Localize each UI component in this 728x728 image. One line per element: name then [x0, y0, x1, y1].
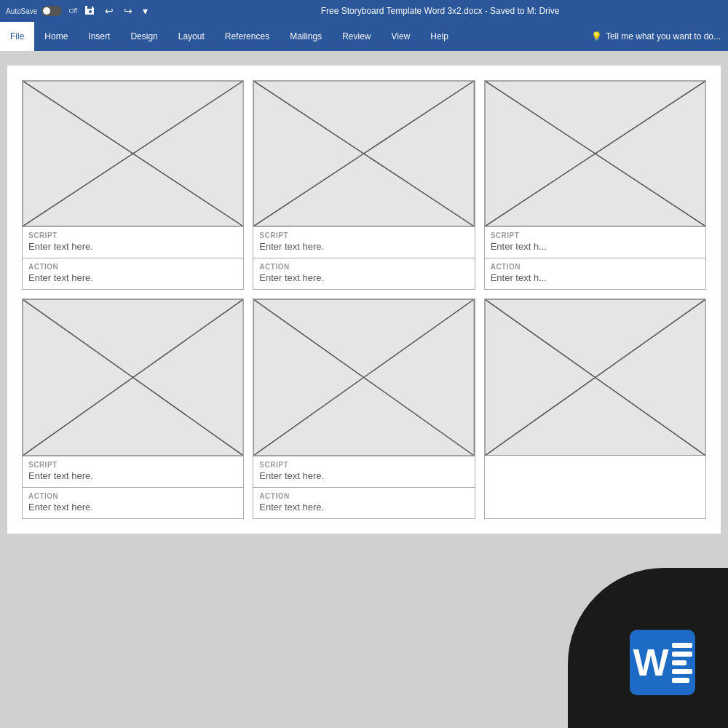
- script-label-1-2: SCRIPT: [259, 232, 468, 240]
- cell-script-1-3[interactable]: SCRIPT Enter text h...: [485, 226, 705, 258]
- script-text-1-1[interactable]: Enter text here.: [28, 241, 237, 252]
- action-label-1-3: ACTION: [491, 263, 700, 271]
- storyboard-cell-2-2: SCRIPT Enter text here. ACTION Enter tex…: [253, 298, 475, 519]
- storyboard-cell-1-1: SCRIPT Enter text here. ACTION Enter tex…: [22, 80, 244, 290]
- script-label-2-2: SCRIPT: [259, 461, 468, 469]
- cell-script-2-1[interactable]: SCRIPT Enter text here.: [23, 456, 243, 488]
- word-line-4: [672, 669, 692, 674]
- toggle-knob: [43, 7, 50, 15]
- title-bar: AutoSave Off ↩ ↪ ▾ Free Storyboard Templ…: [0, 0, 728, 22]
- word-line-2: [672, 652, 692, 657]
- word-line-5: [672, 678, 689, 683]
- script-text-2-1[interactable]: Enter text here.: [28, 470, 237, 481]
- cell-image-1-2: [253, 81, 474, 226]
- cell-image-2-1: [23, 299, 243, 456]
- autosave-toggle[interactable]: [41, 6, 62, 16]
- word-logo: W: [630, 630, 695, 695]
- action-text-2-1[interactable]: Enter text here.: [28, 502, 237, 513]
- tab-design[interactable]: Design: [120, 22, 167, 51]
- tab-insert[interactable]: Insert: [78, 22, 120, 51]
- cell-action-1-2[interactable]: ACTION Enter text here.: [253, 258, 474, 289]
- action-label-1-1: ACTION: [28, 263, 237, 271]
- document-title: Free Storyboard Template Word 3x2.docx -…: [158, 6, 722, 16]
- cell-script-2-2[interactable]: SCRIPT Enter text here.: [253, 456, 474, 488]
- tab-help[interactable]: Help: [420, 22, 459, 51]
- cell-script-1-1[interactable]: SCRIPT Enter text here.: [23, 226, 243, 258]
- script-text-2-2[interactable]: Enter text here.: [259, 470, 468, 481]
- word-w-letter: W: [633, 644, 668, 681]
- action-text-1-1[interactable]: Enter text here.: [28, 272, 237, 283]
- save-icon[interactable]: [82, 4, 98, 19]
- word-lines: [672, 643, 692, 683]
- toggle-state: Off: [68, 7, 77, 15]
- script-label-2-1: SCRIPT: [28, 461, 237, 469]
- tab-mailings[interactable]: Mailings: [280, 22, 332, 51]
- word-line-1: [672, 643, 692, 648]
- script-text-1-2[interactable]: Enter text here.: [259, 241, 468, 252]
- storyboard-cell-2-1: SCRIPT Enter text here. ACTION Enter tex…: [22, 298, 244, 519]
- tab-file[interactable]: File: [0, 22, 34, 51]
- storyboard-cell-1-3: SCRIPT Enter text h... ACTION Enter text…: [484, 80, 706, 290]
- cell-action-2-1[interactable]: ACTION Enter text here.: [23, 488, 243, 518]
- ribbon-search: 💡 Tell me what you want to do...: [591, 22, 728, 51]
- cell-action-2-2[interactable]: ACTION Enter text here.: [253, 488, 474, 518]
- ribbon: File Home Insert Design Layout Reference…: [0, 22, 728, 51]
- cell-image-1-1: [23, 81, 243, 226]
- action-text-2-2[interactable]: Enter text here.: [259, 502, 468, 513]
- storyboard-cell-2-3: [484, 298, 706, 519]
- script-text-1-3[interactable]: Enter text h...: [491, 241, 700, 252]
- customize-icon[interactable]: ▾: [140, 4, 151, 18]
- tab-review[interactable]: Review: [332, 22, 381, 51]
- undo-icon[interactable]: ↩: [102, 4, 116, 18]
- autosave-label: AutoSave: [6, 7, 37, 15]
- storyboard-cell-1-2: SCRIPT Enter text here. ACTION Enter tex…: [253, 80, 475, 290]
- storyboard-grid: SCRIPT Enter text here. ACTION Enter tex…: [7, 66, 721, 534]
- tab-view[interactable]: View: [381, 22, 421, 51]
- cell-action-1-3[interactable]: ACTION Enter text h...: [485, 258, 705, 289]
- cell-script-1-2[interactable]: SCRIPT Enter text here.: [253, 226, 474, 258]
- cell-action-1-1[interactable]: ACTION Enter text here.: [23, 258, 243, 289]
- script-label-1-3: SCRIPT: [491, 232, 700, 240]
- redo-icon[interactable]: ↪: [121, 4, 135, 18]
- action-label-2-2: ACTION: [259, 492, 468, 500]
- action-label-2-1: ACTION: [28, 492, 237, 500]
- cell-image-1-3: [485, 81, 705, 226]
- lightbulb-icon: 💡: [591, 31, 602, 41]
- tab-layout[interactable]: Layout: [168, 22, 215, 51]
- action-text-1-2[interactable]: Enter text here.: [259, 272, 468, 283]
- action-label-1-2: ACTION: [259, 263, 468, 271]
- tab-references[interactable]: References: [215, 22, 280, 51]
- action-text-1-3[interactable]: Enter text h...: [491, 272, 700, 283]
- word-icon-background: W: [630, 630, 695, 695]
- word-line-3: [672, 660, 687, 665]
- cell-image-2-2: [253, 299, 474, 456]
- cell-image-2-3: [485, 299, 705, 456]
- search-hint[interactable]: Tell me what you want to do...: [606, 31, 721, 41]
- title-bar-left: AutoSave Off ↩ ↪ ▾: [6, 4, 151, 19]
- script-label-1-1: SCRIPT: [28, 232, 237, 240]
- tab-home[interactable]: Home: [34, 22, 78, 51]
